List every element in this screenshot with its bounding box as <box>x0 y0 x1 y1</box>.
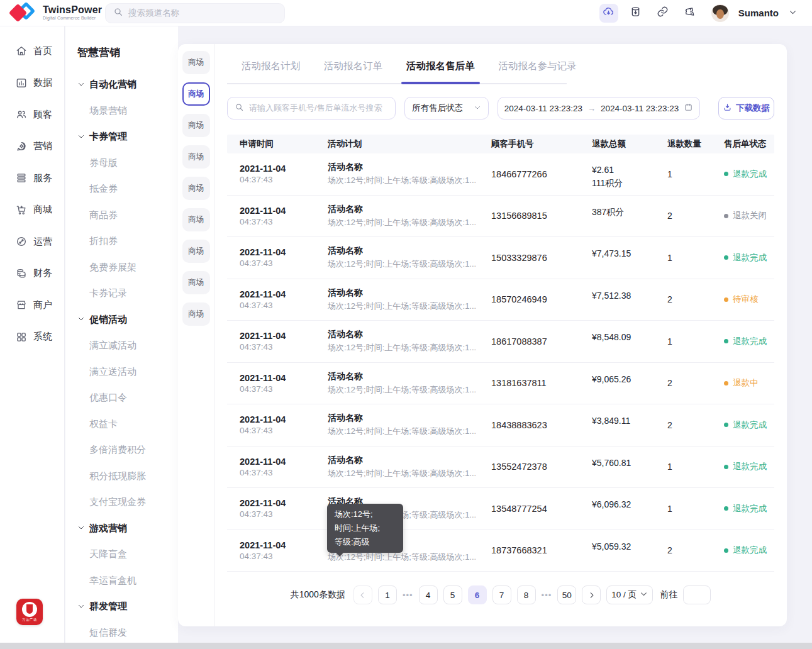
submenu-group[interactable]: 卡券管理 <box>77 124 178 150</box>
apply-date: 2021-11-04 <box>240 164 328 174</box>
download-data-button[interactable]: 下载数据 <box>718 97 774 119</box>
submenu-group[interactable]: 群发管理 <box>77 594 178 620</box>
page-button-1[interactable]: 1 <box>378 585 397 604</box>
page-size-select[interactable]: 10 / 页 <box>606 585 653 604</box>
aftersale-table: 申请时间活动计划顾客手机号退款总额退款数量售后单状态 2021-11-0404:… <box>227 135 774 572</box>
refund-amount-line: ¥6,096.32 <box>592 498 667 511</box>
submenu-item[interactable]: 天降盲盒 <box>77 541 178 568</box>
mall-badge[interactable]: 商场 <box>182 208 210 231</box>
table-row[interactable]: 2021-11-0404:37:43活动名称场次:12号;时间:上午场;等级:高… <box>227 447 774 489</box>
nav-item-ops[interactable]: 运营 <box>0 226 64 258</box>
submenu-item[interactable]: 卡券记录 <box>77 280 178 307</box>
tab-活动报名售后单[interactable]: 活动报名售后单 <box>406 53 475 83</box>
mall-badge[interactable]: 商场 <box>182 302 210 326</box>
channel-search-input[interactable]: 搜索频道名称 <box>105 3 285 23</box>
user-avatar[interactable] <box>711 4 729 22</box>
nav-item-finance[interactable]: 财务 <box>0 258 64 290</box>
cell-plan: 活动名称场次:12号;时间:上午场;等级:高级场次:1... <box>328 413 491 437</box>
column-header: 退款数量 <box>667 138 724 150</box>
table-row[interactable]: 2021-11-0404:37:43活动名称场次:12号;时间:上午场;等级:高… <box>227 237 774 279</box>
submenu-item[interactable]: 满立减活动 <box>77 333 178 359</box>
table-row[interactable]: 2021-11-0404:37:43活动名称场次:12号;时间:上午场;等级:高… <box>227 488 774 530</box>
mall-badge[interactable]: 商场 <box>182 114 210 137</box>
submenu-item[interactable]: 短信群发 <box>77 620 178 643</box>
nav-item-system[interactable]: 系统 <box>0 321 64 353</box>
submenu-item[interactable]: 券母版 <box>77 150 178 177</box>
submenu-item[interactable]: 场景营销 <box>77 98 178 125</box>
mall-badge[interactable]: 商场 <box>182 271 210 294</box>
page-button-5[interactable]: 5 <box>443 585 462 604</box>
date-end: 2024-03-11 23:23:23 <box>601 104 679 113</box>
nav-item-merchant[interactable]: 商户 <box>0 289 64 321</box>
submenu-item[interactable]: 折扣券 <box>77 228 178 255</box>
submenu-item[interactable]: 支付宝现金券 <box>77 489 178 516</box>
submenu-group[interactable]: 自动化营销 <box>77 72 178 98</box>
page-button-50[interactable]: 50 <box>557 585 576 604</box>
table-row[interactable]: 2021-11-0404:37:43活动名称场次:12号;时间:上午场;等级:高… <box>227 404 774 447</box>
nav-item-chart[interactable]: 数据 <box>0 67 64 99</box>
refund-amount-line: ¥5,059.32 <box>592 540 667 553</box>
submenu-item[interactable]: 商品券 <box>77 202 178 229</box>
cloud-download-button[interactable] <box>599 4 618 23</box>
nav-item-mall[interactable]: 商城 <box>0 194 64 226</box>
submenu-group[interactable]: 促销活动 <box>77 307 178 333</box>
table-row[interactable]: 2021-11-0404:37:43活动名称场次:12号;时间:上午场;等级:高… <box>227 279 774 321</box>
status-dot-icon <box>724 297 728 302</box>
tab-活动报名订单[interactable]: 活动报名订单 <box>324 53 382 83</box>
tab-活动报名计划[interactable]: 活动报名计划 <box>242 53 300 83</box>
table-header: 申请时间活动计划顾客手机号退款总额退款数量售后单状态 <box>227 135 774 153</box>
nav-item-marketing[interactable]: 营销 <box>0 131 64 163</box>
calendar-icon <box>684 103 693 114</box>
cell-refund-qty: 2 <box>667 545 724 555</box>
submenu-item[interactable]: 积分抵现膨胀 <box>77 463 178 490</box>
mall-icon <box>15 204 28 216</box>
submenu-item[interactable]: 优惠口令 <box>77 385 178 411</box>
user-menu-toggle[interactable] <box>787 4 798 23</box>
submenu-panel: 智慧营销 自动化营销场景营销卡券管理券母版抵金券商品券折扣券免费券展架卡券记录促… <box>65 26 178 643</box>
mall-badge[interactable]: 商场 <box>182 51 210 74</box>
plan-title: 活动名称 <box>328 455 491 466</box>
aftersale-search-input[interactable]: 请输入顾客手机号/售后单流水号搜索 <box>227 97 396 119</box>
mall-badge[interactable]: 商场 <box>182 82 210 106</box>
system-icon <box>15 331 28 343</box>
apply-date: 2021-11-04 <box>240 414 328 424</box>
submenu-item[interactable]: 多倍消费积分 <box>77 437 178 463</box>
ticket-button[interactable] <box>681 4 699 23</box>
page-button-6[interactable]: 6 <box>468 585 487 604</box>
nav-item-users[interactable]: 顾客 <box>0 99 64 131</box>
table-row[interactable]: 2021-11-0404:37:43活动名称场次:12号;时间:上午场;等级:高… <box>227 363 774 405</box>
prev-page-button[interactable] <box>353 585 372 604</box>
page-button-8[interactable]: 8 <box>517 585 536 604</box>
submenu-item[interactable]: 免费券展架 <box>77 255 178 281</box>
goto-page-input[interactable] <box>683 585 711 604</box>
date-range-picker[interactable]: 2024-03-11 23:23:23 → 2024-03-11 23:23:2… <box>498 97 700 119</box>
submenu-group[interactable]: 游戏营销 <box>77 516 178 542</box>
submenu-item[interactable]: 抵金券 <box>77 176 178 202</box>
status-label: 退款完成 <box>733 419 767 431</box>
mall-badge[interactable]: 商场 <box>182 145 210 169</box>
cell-status: 退款关闭 <box>724 210 774 221</box>
table-row[interactable]: 2021-11-0404:37:43活动名称场次:12号;时间:上午场;等级:高… <box>227 196 774 238</box>
user-name[interactable]: Sumanto <box>738 8 779 18</box>
brand[interactable]: TwinsPower Digital Commerce Builder <box>0 1 104 25</box>
page-button-4[interactable]: 4 <box>419 585 438 604</box>
cell-apply-time: 2021-11-0404:37:43 <box>240 498 328 519</box>
nav-item-service[interactable]: 服务 <box>0 162 64 194</box>
tab-活动报名参与记录[interactable]: 活动报名参与记录 <box>499 53 577 83</box>
table-row[interactable]: 2021-11-0404:37:43活动名称场次:12号;时间:上午场;等级:高… <box>227 321 774 363</box>
status-select[interactable]: 所有售后状态 <box>404 97 489 119</box>
mall-badge[interactable]: 商场 <box>182 240 210 263</box>
table-row[interactable]: 2021-11-0404:37:43活动名称场次:12号;时间:上午场;等级:高… <box>227 530 774 572</box>
mall-badge[interactable]: 商场 <box>182 177 210 200</box>
table-row[interactable]: 2021-11-0404:37:43活动名称场次:12号;时间:上午场;等级:高… <box>227 153 774 196</box>
cell-refund-amount: ¥5,760.81 <box>592 447 667 470</box>
submenu-item[interactable]: 满立送活动 <box>77 359 178 386</box>
submenu-item[interactable]: 权益卡 <box>77 411 178 438</box>
page-button-7[interactable]: 7 <box>492 585 511 604</box>
database-button[interactable] <box>626 4 645 23</box>
cell-apply-time: 2021-11-0404:37:43 <box>240 414 328 435</box>
link-button[interactable] <box>653 4 672 23</box>
submenu-item[interactable]: 幸运盲盒机 <box>77 568 178 594</box>
next-page-button[interactable] <box>582 585 601 604</box>
nav-item-home[interactable]: 首页 <box>0 35 64 67</box>
